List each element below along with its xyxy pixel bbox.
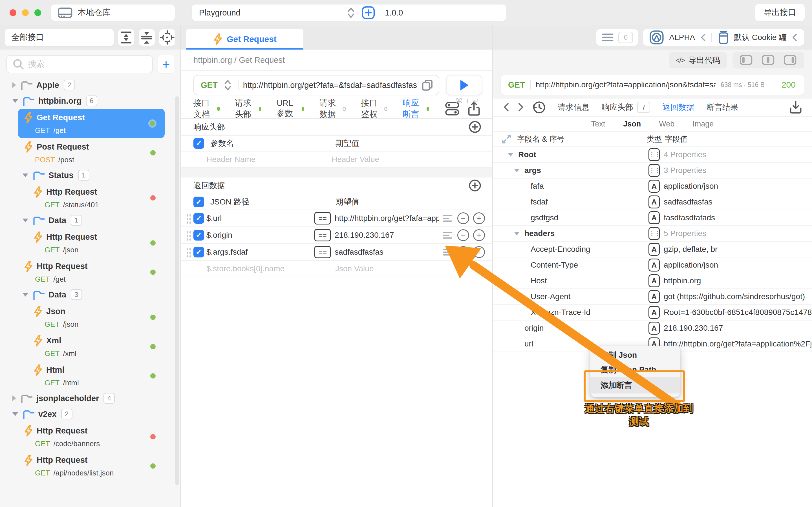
tree-folder-status[interactable]: Status1: [0, 167, 181, 183]
response-tab-响应头部[interactable]: 响应头部7: [602, 102, 650, 113]
json-field-row-host[interactable]: HostAhttpbin.org: [493, 273, 812, 289]
assert-row-checkbox[interactable]: ✓: [193, 213, 204, 224]
layout-left-panel-button[interactable]: [739, 54, 753, 66]
assert-json-path[interactable]: $.args.fsdaf: [206, 247, 314, 257]
drag-handle[interactable]: [186, 247, 191, 258]
minimize-window-button[interactable]: [22, 9, 29, 16]
view-tab-json[interactable]: Json: [623, 120, 641, 128]
add-row-button[interactable]: +: [473, 246, 485, 258]
request-tab-接口文档[interactable]: 接口文档: [193, 98, 220, 120]
tree-folder-jsonplaceholder[interactable]: jsonplaceholder4: [0, 390, 181, 406]
chevron-down-icon[interactable]: [508, 153, 513, 157]
cookie-jar-chevron-icon[interactable]: [791, 33, 799, 43]
view-tab-image[interactable]: Image: [693, 120, 714, 128]
assert-expected-value[interactable]: http://httpbin.org/get?fafa=application%…: [335, 214, 439, 223]
download-response-icon[interactable]: [789, 100, 802, 115]
history-back-icon[interactable]: [502, 102, 511, 113]
assert-row-checkbox[interactable]: ✓: [193, 247, 204, 258]
tree-request-get-request-get[interactable]: Get RequestGET/get: [18, 109, 165, 138]
environment-name[interactable]: ALPHA: [669, 33, 695, 42]
drag-handle[interactable]: [186, 230, 191, 240]
header-assert-placeholder-row[interactable]: Header Name Header Value: [181, 152, 492, 168]
add-header-assert-button[interactable]: [469, 121, 481, 133]
remove-row-button[interactable]: −: [457, 229, 469, 241]
assert-operator-select[interactable]: ==: [314, 212, 331, 224]
more-options-icon[interactable]: [442, 230, 453, 240]
request-method-select[interactable]: GET: [201, 80, 218, 90]
response-tab-断言结果[interactable]: 断言结果: [707, 102, 738, 113]
collapse-all-button[interactable]: [139, 29, 155, 46]
json-field-row-user-agent[interactable]: User-AgentAgot (https://github.com/sindr…: [493, 289, 812, 305]
json-field-row-headers[interactable]: headers⋮⋮5 Properties: [493, 226, 812, 242]
assert-row-checkbox[interactable]: ✓: [193, 230, 204, 240]
search-input[interactable]: 搜索: [6, 55, 153, 73]
request-queue-indicator[interactable]: 0: [596, 29, 638, 46]
expand-all-button[interactable]: [118, 29, 134, 46]
add-body-assert-button[interactable]: [469, 179, 481, 192]
add-row-button[interactable]: +: [473, 212, 485, 224]
request-tab-接口鉴权[interactable]: 接口鉴权: [361, 98, 388, 120]
history-icon[interactable]: [532, 101, 546, 114]
json-field-row-fafa[interactable]: fafaAapplication/json: [493, 179, 812, 194]
more-options-icon[interactable]: [442, 214, 453, 223]
tree-request-xml-xml[interactable]: XmlGET/xml: [0, 332, 181, 361]
api-filter-select[interactable]: 全部接口: [5, 29, 114, 46]
json-field-row-content-type[interactable]: Content-TypeAapplication/json: [493, 258, 812, 273]
zoom-window-button[interactable]: [35, 9, 41, 16]
tree-folder-data[interactable]: Data1: [0, 212, 181, 228]
view-tab-web[interactable]: Web: [659, 120, 674, 128]
response-tab-返回数据[interactable]: 返回数据: [663, 102, 694, 113]
json-field-row-origin[interactable]: originA218.190.230.167: [493, 321, 812, 336]
json-field-row-gsdfgsd[interactable]: gsdfgsdAfasdfasdfafads: [493, 210, 812, 226]
cookie-jar-label[interactable]: 默认 Cookie 罐: [734, 32, 786, 43]
request-url-value[interactable]: http://httpbin.org/get?fafa=&fsdaf=sadfa…: [243, 80, 417, 90]
project-select-chevrons-icon[interactable]: [345, 6, 357, 20]
add-row-button[interactable]: +: [473, 229, 485, 241]
collapse-tree-icon[interactable]: [501, 133, 513, 145]
assert-expected-value[interactable]: sadfasdfasfas: [335, 247, 439, 257]
json-assert-row-2[interactable]: ✓$.args.fsdaf==sadfasdfasfas−+: [181, 244, 492, 261]
context-menu-item-复制-Json[interactable]: 复制 Json: [591, 348, 680, 362]
assert-json-path[interactable]: $.origin: [206, 231, 314, 240]
json-assert-row-1[interactable]: ✓$.origin==218.190.230.167−+: [181, 227, 492, 244]
copy-url-icon[interactable]: [421, 79, 433, 91]
json-field-row-x-amzn-trace-id[interactable]: X-Amzn-Trace-IdARoot=1-630bc0bf-6851c4f8…: [493, 305, 812, 321]
json-field-row-root[interactable]: Root⋮⋮4 Properties: [493, 147, 812, 163]
chevron-down-icon[interactable]: [514, 232, 519, 235]
remove-row-button[interactable]: −: [457, 246, 469, 258]
sidebar-scrollbar[interactable]: [175, 96, 179, 485]
tree-folder-httpbin-org[interactable]: httpbin.org6: [0, 93, 181, 109]
layout-right-panel-button[interactable]: [783, 54, 797, 66]
export-code-button[interactable]: </> 导出代码: [669, 52, 727, 68]
request-tab-请求数据[interactable]: 请求数据: [319, 98, 346, 120]
send-request-button[interactable]: [446, 75, 482, 95]
assert-expected-value[interactable]: 218.190.230.167: [335, 231, 439, 240]
environment-chevron-icon[interactable]: [700, 33, 707, 43]
tree-folder-apple[interactable]: Apple2: [0, 77, 181, 93]
json-field-row-accept-encoding[interactable]: Accept-EncodingAgzip, deflate, br: [493, 242, 812, 258]
tree-folder-data[interactable]: Data3: [0, 287, 181, 302]
export-api-button[interactable]: 导出接口: [755, 4, 805, 21]
tab-get-request[interactable]: Get Request: [186, 29, 303, 50]
project-selector[interactable]: Playground 1.0.0: [192, 4, 506, 21]
tree-request-http-request-code-banners[interactable]: Http RequestGET/code/banners: [0, 422, 181, 451]
view-tab-text[interactable]: Text: [591, 120, 605, 128]
body-assert-checkbox[interactable]: ✓: [193, 196, 204, 207]
response-tab-请求信息[interactable]: 请求信息: [558, 102, 589, 113]
tree-request-http-request-json[interactable]: Http RequestGET/json: [0, 228, 181, 258]
json-field-row-fsdaf[interactable]: fsdafAsadfasdfasfas: [493, 194, 812, 210]
request-tab-响应断言[interactable]: 响应断言: [403, 98, 429, 120]
chevron-down-icon[interactable]: [514, 169, 519, 172]
repository-selector[interactable]: 本地仓库: [51, 4, 175, 21]
assert-operator-select[interactable]: ==: [314, 229, 331, 241]
assert-operator-select[interactable]: ==: [314, 246, 331, 258]
tree-request-http-request-get[interactable]: Http RequestGET/get: [0, 258, 181, 287]
json-assert-placeholder-row[interactable]: $.store.books[0].name Json Value: [181, 261, 492, 277]
more-options-icon[interactable]: [442, 247, 453, 257]
add-api-button[interactable]: +: [158, 55, 174, 73]
headers-assert-checkbox[interactable]: ✓: [193, 138, 204, 149]
tree-request-http-request-status-401[interactable]: Http RequestGET/status/401: [0, 183, 181, 212]
request-tab-请求头部[interactable]: 请求头部: [235, 98, 262, 120]
tree-folder-v2ex[interactable]: v2ex2: [0, 406, 181, 422]
close-window-button[interactable]: [10, 9, 16, 16]
